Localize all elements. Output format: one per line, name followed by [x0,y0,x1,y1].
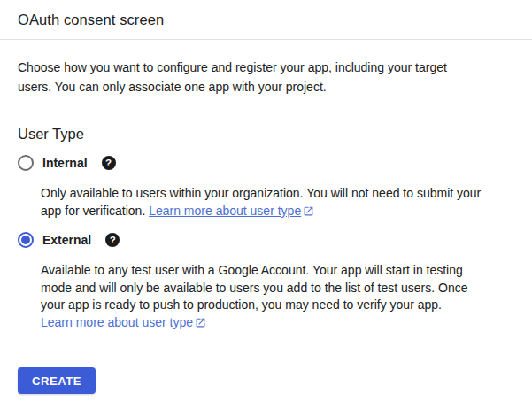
user-type-heading: User Type [18,126,514,143]
radio-internal[interactable] [18,155,34,171]
external-link-icon [195,317,206,328]
page-header: OAuth consent screen [0,0,532,40]
page-title: OAuth consent screen [18,12,514,28]
radio-label-internal: Internal [42,156,88,170]
learn-more-link-internal[interactable]: Learn more about user type [149,204,314,218]
intro-text: Choose how you want to configure and reg… [18,58,449,97]
oauth-consent-page: OAuth consent screen Choose how you want… [0,0,532,417]
learn-more-link-label: Learn more about user type [149,204,301,218]
help-icon-external[interactable]: ? [105,233,120,247]
user-type-option-external: External ? Available to any test user wi… [18,232,514,331]
help-icon-internal[interactable]: ? [102,156,116,170]
radio-row-external[interactable]: External ? [18,232,514,248]
option-description-text-external: Available to any test user with a Google… [41,263,468,312]
option-description-internal: Only available to users within your orga… [41,185,492,220]
create-button[interactable]: CREATE [18,367,96,394]
radio-label-external: External [42,233,91,247]
learn-more-link-label: Learn more about user type [41,315,193,329]
learn-more-link-external[interactable]: Learn more about user type [41,315,206,329]
option-description-external: Available to any test user with a Google… [41,262,492,331]
content: Choose how you want to configure and reg… [0,40,532,394]
radio-row-internal[interactable]: Internal ? [18,155,514,171]
radio-external[interactable] [18,232,34,248]
external-link-icon [303,205,314,217]
user-type-option-internal: Internal ? Only available to users withi… [18,155,514,220]
